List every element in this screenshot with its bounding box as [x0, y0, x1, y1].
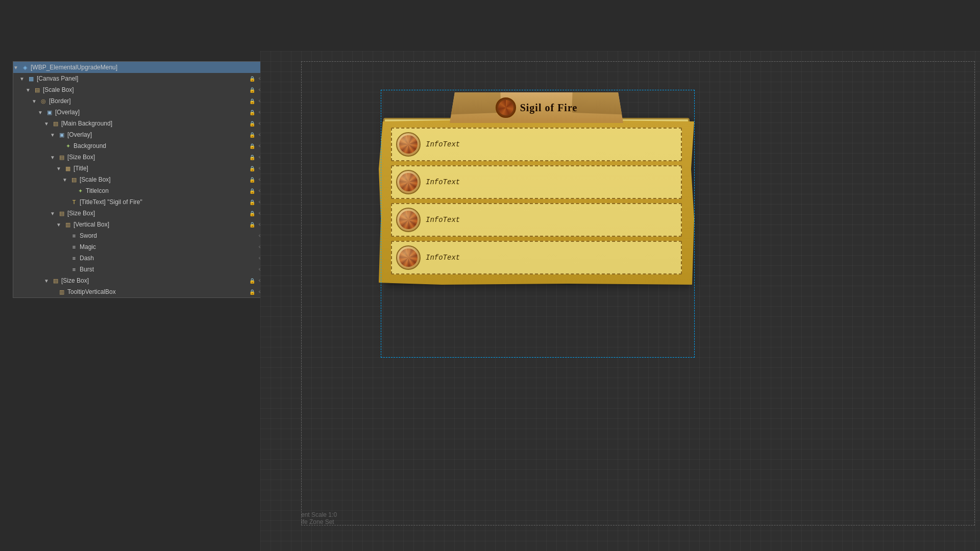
- tree-arrow[interactable]: ▼: [50, 132, 57, 138]
- tree-icon-border: ◎: [39, 98, 48, 105]
- tree-label-size-box1: [Size Box]: [67, 154, 246, 161]
- widget-root: Sigil of Fire InfoText InfoText InfoText…: [383, 92, 690, 282]
- tree-item-overlay2[interactable]: ▼▣[Overlay]🔒👁: [13, 129, 267, 140]
- status-bar: ent Scale 1:0 ife Zone Set: [301, 511, 337, 525]
- tree-icon-scale-box2: ▤: [69, 177, 79, 183]
- tree-arrow[interactable]: ▼: [32, 98, 39, 104]
- tree-item-background[interactable]: ✦Background🔒👁: [13, 140, 267, 152]
- upgrade-row-magic[interactable]: InfoText: [391, 165, 682, 199]
- tree-item-title-text[interactable]: T[TitleText] "Sigil of Fire"🔒👁: [13, 196, 267, 208]
- tree-item-size-box2[interactable]: ▼▤[Size Box]🔒👁: [13, 208, 267, 219]
- tree-item-scale-box2[interactable]: ▼▤[Scale Box]🔒👁: [13, 174, 267, 185]
- title-text: Sigil of Fire: [520, 102, 578, 114]
- tree-item-title-icon[interactable]: ✦TitleIcon🔒👁: [13, 185, 267, 196]
- canvas-area: Sigil of Fire InfoText InfoText InfoText…: [260, 51, 980, 551]
- lock-icon-overlay1[interactable]: 🔒: [248, 108, 256, 116]
- tree-label-root: [WBP_ElementalUpgradeMenu]: [31, 64, 263, 71]
- tree-item-main-background[interactable]: ▼▤[Main Background]🔒👁: [13, 118, 267, 129]
- status-scale: ent Scale 1:0: [301, 511, 337, 518]
- lock-icon-size-box2[interactable]: 🔒: [248, 209, 256, 217]
- tree-item-magic[interactable]: ≡Magic👁: [13, 241, 267, 253]
- tree-arrow[interactable]: ▼: [56, 166, 63, 171]
- tree-icon-root: ◈: [20, 64, 30, 71]
- tree-label-magic: Magic: [80, 243, 255, 251]
- lock-icon-title-node[interactable]: 🔒: [248, 164, 256, 172]
- tree-item-border[interactable]: ▼◎[Border]🔒👁: [13, 95, 267, 107]
- tree-label-title-text: [TitleText] "Sigil of Fire": [80, 198, 246, 206]
- upgrade-row-dash[interactable]: InfoText: [391, 203, 682, 237]
- tree-arrow[interactable]: ▼: [62, 177, 69, 183]
- status-zone: ife Zone Set: [301, 518, 334, 525]
- tree-icon-size-box3: ▤: [51, 278, 60, 284]
- info-text-burst: InfoText: [426, 254, 460, 262]
- tree-arrow[interactable]: ▼: [56, 222, 63, 228]
- lock-icon-overlay2[interactable]: 🔒: [248, 131, 256, 139]
- lock-icon-canvas-panel[interactable]: 🔒: [248, 74, 256, 83]
- tree-icon-scale-box: ▤: [33, 87, 42, 93]
- info-text-sword: InfoText: [426, 140, 460, 148]
- tree-item-size-box3[interactable]: ▼▤[Size Box]🔒👁: [13, 275, 267, 286]
- tree-icon-sword: ≡: [69, 233, 79, 239]
- tree-icon-size-box2: ▤: [57, 210, 66, 217]
- upgrade-row-burst[interactable]: InfoText: [391, 241, 682, 274]
- upgrade-icon-magic: [396, 170, 421, 194]
- main-parchment-body: InfoText InfoText InfoText InfoText: [383, 118, 690, 282]
- tree-label-scale-box: [Scale Box]: [43, 86, 246, 93]
- tree-icon-title-node: ▦: [63, 165, 72, 172]
- tree-item-vertical-box[interactable]: ▼▥[Vertical Box]🔒👁: [13, 219, 267, 230]
- tree-item-sword[interactable]: ≡Sword👁: [13, 230, 267, 241]
- lock-icon-size-box3[interactable]: 🔒: [248, 277, 256, 285]
- tree-item-tooltip-vbox[interactable]: ▥TooltipVerticalBox🔒👁: [13, 286, 267, 297]
- tree-icon-dash: ≡: [69, 255, 79, 261]
- tree-label-title-node: [Title]: [74, 165, 246, 172]
- banner-background: Sigil of Fire: [450, 92, 623, 123]
- lock-icon-scale-box2[interactable]: 🔒: [248, 176, 256, 184]
- upgrade-icon-dash: [396, 208, 421, 232]
- tree-item-dash[interactable]: ≡Dash👁: [13, 253, 267, 264]
- upgrade-row-sword[interactable]: InfoText: [391, 128, 682, 161]
- tree-item-size-box1[interactable]: ▼▤[Size Box]🔒👁: [13, 152, 267, 163]
- tree-arrow[interactable]: ▼: [50, 155, 57, 160]
- lock-icon-title-text[interactable]: 🔒: [248, 198, 256, 206]
- tree-arrow[interactable]: ▼: [44, 278, 51, 284]
- info-text-magic: InfoText: [426, 178, 460, 186]
- tree-label-main-background: [Main Background]: [61, 120, 246, 127]
- tree-label-border: [Border]: [49, 97, 246, 105]
- tree-arrow[interactable]: ▼: [44, 121, 51, 127]
- tree-icon-title-text: T: [69, 199, 79, 205]
- lock-icon-size-box1[interactable]: 🔒: [248, 153, 256, 161]
- lock-icon-tooltip-vbox[interactable]: 🔒: [248, 288, 256, 296]
- tree-arrow[interactable]: ▼: [38, 110, 45, 115]
- lock-icon-scale-box[interactable]: 🔒: [248, 86, 256, 94]
- tree-arrow[interactable]: ▼: [26, 87, 33, 93]
- tree-item-canvas-panel[interactable]: ▼▦[Canvas Panel]🔒👁: [13, 73, 267, 84]
- lock-icon-main-background[interactable]: 🔒: [248, 119, 256, 128]
- tree-icon-title-icon: ✦: [76, 188, 85, 194]
- tree-arrow[interactable]: ▼: [50, 211, 57, 216]
- upgrade-icon-burst: [396, 245, 421, 270]
- tree-icon-tooltip-vbox: ▥: [57, 289, 66, 295]
- tree-item-overlay1[interactable]: ▼▣[Overlay]🔒👁: [13, 107, 267, 118]
- tree-label-scale-box2: [Scale Box]: [80, 176, 246, 183]
- lock-icon-background[interactable]: 🔒: [248, 142, 256, 150]
- tree-label-background: Background: [74, 142, 246, 149]
- banner-ear-left: [439, 87, 501, 115]
- lock-icon-title-icon[interactable]: 🔒: [248, 187, 256, 195]
- tree-icon-background: ✦: [63, 143, 72, 149]
- tree-label-size-box2: [Size Box]: [67, 210, 246, 217]
- tree-arrow[interactable]: ▼: [19, 76, 27, 82]
- tree-icon-overlay2: ▣: [57, 132, 66, 138]
- lock-icon-border[interactable]: 🔒: [248, 97, 256, 105]
- lock-icon-vertical-box[interactable]: 🔒: [248, 220, 256, 229]
- tree-item-root[interactable]: ▼◈[WBP_ElementalUpgradeMenu]: [13, 62, 267, 73]
- tree-arrow[interactable]: ▼: [13, 65, 20, 70]
- tree-item-title-node[interactable]: ▼▦[Title]🔒👁: [13, 163, 267, 174]
- tree-item-burst[interactable]: ≡Burst👁: [13, 264, 267, 275]
- tree-icon-size-box1: ▤: [57, 154, 66, 161]
- title-icon: [496, 97, 516, 118]
- tree-item-scale-box[interactable]: ▼▤[Scale Box]🔒👁: [13, 84, 267, 95]
- tree-label-overlay2: [Overlay]: [67, 131, 246, 138]
- tree-label-sword: Sword: [80, 232, 255, 239]
- tree-label-overlay1: [Overlay]: [55, 109, 246, 116]
- tree-icon-main-background: ▤: [51, 120, 60, 127]
